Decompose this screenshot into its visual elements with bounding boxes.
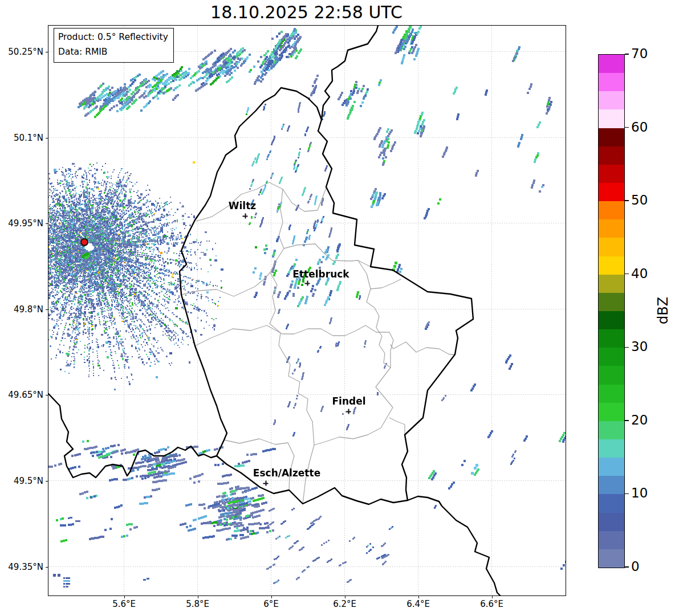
- colorbar-band: [599, 513, 624, 531]
- colorbar-tick-label: 10: [631, 486, 648, 501]
- colorbar-band: [599, 165, 624, 183]
- lon-tick-mark: [271, 596, 272, 598]
- colorbar-band: [599, 55, 624, 73]
- lon-tick-label: 6°E: [263, 599, 279, 609]
- lat-tick-label: 50.1°N: [0, 133, 43, 143]
- colorbar-tick-mark: [625, 200, 629, 201]
- lat-tick-mark: [46, 52, 48, 52]
- colorbar-band: [599, 201, 624, 219]
- city-marker-icon: [305, 281, 310, 286]
- colorbar-band: [599, 385, 624, 403]
- colorbar-band: [599, 238, 624, 256]
- colorbar-band: [599, 421, 624, 439]
- lat-tick-mark: [46, 309, 48, 310]
- colorbar-tick-label: 30: [631, 340, 648, 354]
- lon-tick-mark: [198, 596, 198, 598]
- lat-tick-mark: [46, 481, 48, 482]
- colorbar-band: [599, 348, 624, 366]
- colorbar-band: [599, 403, 624, 421]
- colorbar-band: [599, 91, 624, 109]
- colorbar-band: [599, 476, 624, 494]
- colorbar-band: [599, 128, 624, 146]
- colorbar-tick-mark: [625, 127, 629, 128]
- lat-tick-label: 50.25°N: [0, 47, 43, 57]
- colorbar-tick-label: 20: [631, 413, 648, 427]
- lon-tick-mark: [124, 596, 125, 598]
- radar-site-marker-icon: [80, 238, 88, 246]
- colorbar-band: [599, 366, 624, 384]
- colorbar-axis-label: dBZ: [655, 297, 671, 324]
- lat-tick-mark: [46, 567, 48, 568]
- lon-tick-mark: [418, 596, 419, 598]
- lat-tick-label: 49.5°N: [0, 476, 43, 486]
- colorbar-tick-mark: [625, 566, 629, 568]
- colorbar-band: [599, 531, 624, 549]
- lon-tick-mark: [345, 596, 345, 598]
- colorbar-band: [599, 275, 624, 293]
- radar-canvas: [48, 26, 566, 595]
- product-info-box: Product: 0.5° Reflectivity Data: RMIB: [54, 28, 174, 63]
- data-source-line: Data: RMIB: [58, 45, 168, 60]
- lon-tick-label: 5.6°E: [112, 599, 136, 609]
- city-label: Wiltz: [229, 200, 256, 211]
- colorbar-tick-label: 50: [631, 193, 648, 208]
- lat-tick-label: 49.35°N: [0, 562, 43, 572]
- lon-tick-label: 6.4°E: [406, 599, 430, 609]
- lat-tick-label: 49.65°N: [0, 390, 43, 400]
- colorbar-tick-mark: [625, 274, 629, 275]
- colorbar-band: [599, 329, 624, 348]
- colorbar-tick-label: 60: [631, 120, 648, 134]
- colorbar: [598, 54, 625, 568]
- product-line: Product: 0.5° Reflectivity: [58, 30, 168, 45]
- colorbar-tick-mark: [625, 54, 629, 55]
- radar-figure: { "title": "18.10.2025 22:58 UTC", "info…: [0, 0, 675, 616]
- colorbar-tick-label: 70: [631, 46, 648, 61]
- colorbar-band: [599, 311, 624, 329]
- lon-tick-label: 6.6°E: [480, 599, 503, 609]
- colorbar-tick-mark: [625, 420, 629, 421]
- lat-tick-mark: [46, 223, 48, 224]
- colorbar-band: [599, 256, 624, 275]
- lon-tick-mark: [492, 596, 493, 598]
- lon-tick-label: 5.8°E: [186, 599, 209, 609]
- lon-tick-label: 6.2°E: [333, 599, 356, 609]
- colorbar-band: [599, 219, 624, 238]
- city-label: Findel: [332, 395, 365, 407]
- colorbar-tick-mark: [625, 347, 629, 348]
- colorbar-band: [599, 549, 624, 568]
- colorbar-band: [599, 293, 624, 311]
- colorbar-tick-label: 40: [631, 266, 648, 281]
- colorbar-tick-label: 0: [631, 559, 640, 574]
- city-marker-icon: [346, 409, 351, 414]
- lat-tick-label: 49.8°N: [0, 304, 43, 315]
- colorbar-tick-mark: [625, 493, 629, 495]
- colorbar-band: [599, 109, 624, 128]
- colorbar-band: [599, 183, 624, 201]
- figure-title: 18.10.2025 22:58 UTC: [48, 2, 565, 22]
- lat-tick-mark: [46, 395, 48, 395]
- colorbar-band: [599, 439, 624, 458]
- city-label: Ettelbruck: [292, 268, 349, 280]
- lat-tick-label: 49.95°N: [0, 218, 43, 229]
- city-label: Esch/Alzette: [253, 467, 320, 479]
- city-marker-icon: [263, 481, 269, 486]
- colorbar-band: [599, 458, 624, 476]
- city-marker-icon: [243, 214, 248, 219]
- colorbar-band: [599, 146, 624, 165]
- radar-map: Product: 0.5° Reflectivity Data: RMIB Wi…: [48, 25, 566, 596]
- colorbar-band: [599, 494, 624, 512]
- lat-tick-mark: [46, 138, 48, 138]
- colorbar-band: [599, 73, 624, 91]
